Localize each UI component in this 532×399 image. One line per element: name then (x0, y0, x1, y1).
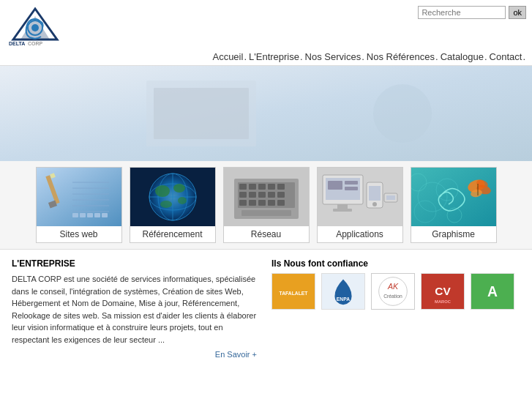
svg-rect-46 (268, 192, 275, 198)
svg-text:Création: Création (383, 294, 402, 299)
trust-logo-tafalalet: TAFALALET (271, 273, 315, 310)
svg-rect-57 (328, 181, 342, 190)
nav-contact[interactable]: Contact (490, 51, 522, 62)
service-graphisme-image (411, 168, 497, 226)
svg-rect-20 (72, 213, 78, 217)
svg-point-32 (173, 184, 185, 193)
header: DELTA CORP ok (0, 0, 532, 47)
nav-sep-5: . (484, 51, 487, 62)
svg-point-31 (155, 185, 170, 197)
svg-rect-21 (80, 213, 86, 217)
svg-rect-60 (337, 204, 348, 209)
search-button[interactable]: ok (509, 6, 526, 19)
nav-services[interactable]: Nos Services (305, 51, 361, 62)
service-referencement-image (130, 168, 216, 226)
search-area: ok (418, 6, 526, 19)
svg-rect-48 (239, 200, 247, 206)
service-graphisme-label: Graphisme (411, 226, 496, 242)
entreprise-text: DELTA CORP est une société de services i… (12, 273, 257, 346)
svg-point-33 (178, 197, 187, 204)
svg-rect-52 (277, 200, 285, 206)
svg-rect-59 (345, 187, 358, 190)
trust-logos-container: TAFALALET ENPA AK Création (271, 273, 520, 310)
nav-catalogue[interactable]: Catalogue (441, 51, 484, 62)
service-applications[interactable]: Applications (317, 167, 403, 243)
svg-rect-50 (258, 200, 266, 206)
svg-rect-40 (258, 184, 266, 190)
service-sites-web-image (36, 168, 122, 226)
nav-sep-3: . (361, 51, 364, 62)
navigation: Accueil . L'Entreprise . Nos Services . … (0, 48, 532, 66)
svg-point-3 (31, 24, 39, 31)
trust-logo-a: A (471, 273, 514, 310)
svg-rect-82 (372, 274, 414, 309)
svg-point-9 (373, 84, 432, 143)
svg-rect-51 (268, 200, 275, 206)
svg-rect-67 (411, 168, 497, 226)
nav-sep-2: . (300, 51, 303, 62)
service-reseau[interactable]: Réseau (223, 167, 310, 243)
svg-rect-6 (0, 66, 532, 161)
nav-sep-6: . (522, 51, 525, 62)
svg-rect-38 (239, 184, 247, 190)
nav-references[interactable]: Nos Références (367, 51, 435, 62)
service-reseau-label: Réseau (224, 226, 309, 242)
trust-logo-cv: CV MAROC (421, 273, 465, 310)
svg-rect-49 (249, 200, 256, 206)
banner (0, 66, 532, 161)
nav-sep-1: . (244, 51, 247, 62)
svg-text:MAROC: MAROC (435, 299, 452, 304)
services-strip: Sites web (0, 161, 532, 250)
svg-rect-39 (249, 184, 256, 190)
svg-rect-23 (94, 213, 100, 217)
svg-text:CV: CV (435, 285, 451, 297)
svg-point-34 (160, 201, 172, 208)
service-referencement-label: Référencement (130, 226, 215, 242)
svg-rect-47 (277, 192, 285, 198)
svg-rect-61 (333, 209, 352, 212)
service-graphisme[interactable]: Graphisme (411, 167, 497, 243)
service-applications-image (317, 168, 403, 226)
service-sites-web-label: Sites web (37, 226, 121, 242)
svg-rect-22 (87, 213, 93, 217)
service-applications-label: Applications (318, 226, 402, 242)
en-savoir-link[interactable]: En Savoir + (12, 350, 257, 359)
entreprise-title: L'ENTREPRISE (12, 258, 257, 269)
svg-text:ENPA: ENPA (337, 297, 350, 302)
nav-accueil[interactable]: Accueil (212, 51, 243, 62)
svg-rect-66 (386, 195, 395, 200)
nav-sep-4: . (435, 51, 438, 62)
nav-entreprise[interactable]: L'Entreprise (249, 51, 299, 62)
svg-rect-8 (154, 88, 249, 139)
svg-rect-58 (345, 181, 358, 184)
svg-rect-42 (277, 184, 285, 190)
svg-rect-53 (241, 210, 291, 216)
svg-text:TAFALALET: TAFALALET (280, 291, 309, 296)
logo-area: DELTA CORP (6, 3, 64, 47)
svg-rect-41 (268, 184, 275, 190)
entreprise-section: L'ENTREPRISE DELTA CORP est une société … (12, 258, 257, 359)
svg-rect-45 (258, 192, 266, 198)
svg-text:DELTA: DELTA (9, 41, 25, 46)
svg-text:A: A (487, 284, 498, 299)
delta-corp-logo: DELTA CORP (6, 3, 64, 47)
trust-title: Ils Nous font confiance (271, 258, 520, 269)
svg-rect-24 (102, 213, 108, 217)
service-reseau-image (223, 168, 310, 226)
svg-rect-63 (369, 186, 381, 201)
trust-section: Ils Nous font confiance TAFALALET ENPA (271, 258, 520, 359)
search-input[interactable] (418, 6, 506, 19)
service-sites-web[interactable]: Sites web (36, 167, 122, 243)
svg-rect-43 (239, 192, 247, 198)
trust-logo-enpa: ENPA (321, 273, 365, 310)
banner-image (0, 66, 532, 161)
svg-text:AK: AK (387, 282, 399, 291)
svg-point-64 (372, 202, 377, 206)
service-referencement[interactable]: Référencement (130, 167, 216, 243)
svg-rect-44 (249, 192, 256, 198)
trust-logo-akwas: AK Création (371, 273, 415, 310)
svg-text:CORP: CORP (28, 41, 43, 46)
bottom-content: L'ENTREPRISE DELTA CORP est une société … (0, 250, 532, 368)
